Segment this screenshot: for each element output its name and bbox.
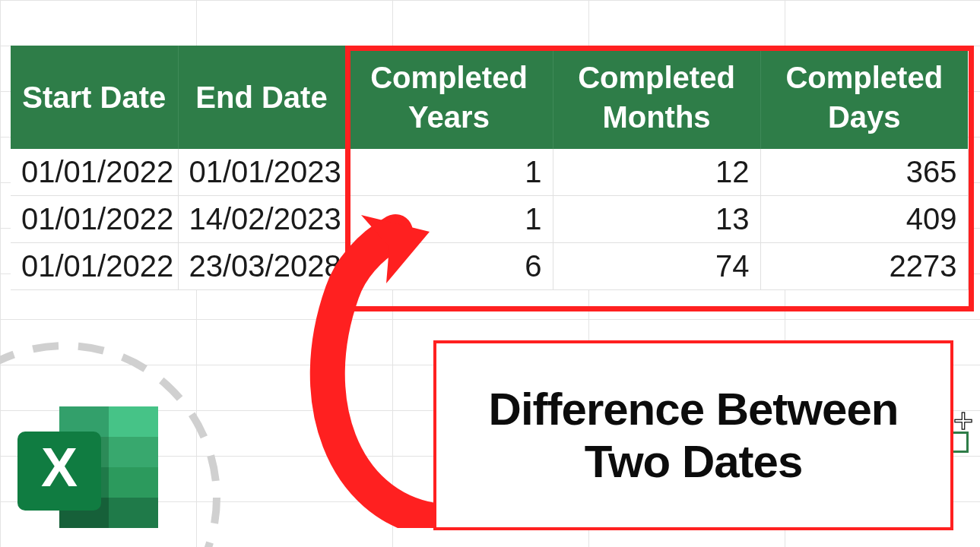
cell-months[interactable]: 74	[553, 243, 760, 290]
cell-days[interactable]: 2273	[760, 243, 968, 290]
cell-years[interactable]: 1	[345, 196, 553, 243]
table-row: 01/01/2022 01/01/2023 1 12 365	[11, 149, 968, 196]
cell-days[interactable]: 365	[760, 149, 968, 196]
col-days[interactable]: Completed Days	[760, 46, 968, 149]
svg-rect-7	[109, 406, 158, 437]
cell-end[interactable]: 14/02/2023	[178, 196, 345, 243]
excel-icon-letter: X	[41, 437, 78, 498]
svg-rect-13	[109, 498, 158, 528]
cell-start[interactable]: 01/01/2022	[11, 196, 178, 243]
cell-start[interactable]: 01/01/2022	[11, 149, 178, 196]
table-row: 01/01/2022 14/02/2023 1 13 409	[11, 196, 968, 243]
cell-years[interactable]: 1	[345, 149, 553, 196]
table-body: 01/01/2022 01/01/2023 1 12 365 01/01/202…	[11, 149, 968, 290]
date-diff-table: Start Date End Date Completed Years Comp…	[11, 46, 968, 290]
cell-end[interactable]: 23/03/2028	[178, 243, 345, 290]
svg-rect-11	[109, 467, 158, 498]
caption-text: Difference Between Two Dates	[452, 383, 935, 488]
svg-rect-3	[956, 420, 972, 422]
cell-end[interactable]: 01/01/2023	[178, 149, 345, 196]
caption-box: Difference Between Two Dates	[433, 340, 953, 530]
col-months[interactable]: Completed Months	[553, 46, 760, 149]
svg-rect-9	[109, 437, 158, 467]
col-years[interactable]: Completed Years	[345, 46, 553, 149]
table-row: 01/01/2022 23/03/2028 6 74 2273	[11, 243, 968, 290]
cell-days[interactable]: 409	[760, 196, 968, 243]
cell-months[interactable]: 12	[553, 149, 760, 196]
cell-years[interactable]: 6	[345, 243, 553, 290]
cell-months[interactable]: 13	[553, 196, 760, 243]
col-start-date[interactable]: Start Date	[11, 46, 178, 149]
table-header-row: Start Date End Date Completed Years Comp…	[11, 46, 968, 149]
cell-start[interactable]: 01/01/2022	[11, 243, 178, 290]
col-end-date[interactable]: End Date	[178, 46, 345, 149]
fill-handle-cursor-icon	[953, 410, 974, 432]
data-table: Start Date End Date Completed Years Comp…	[11, 46, 969, 290]
excel-app-icon: X	[14, 395, 166, 539]
